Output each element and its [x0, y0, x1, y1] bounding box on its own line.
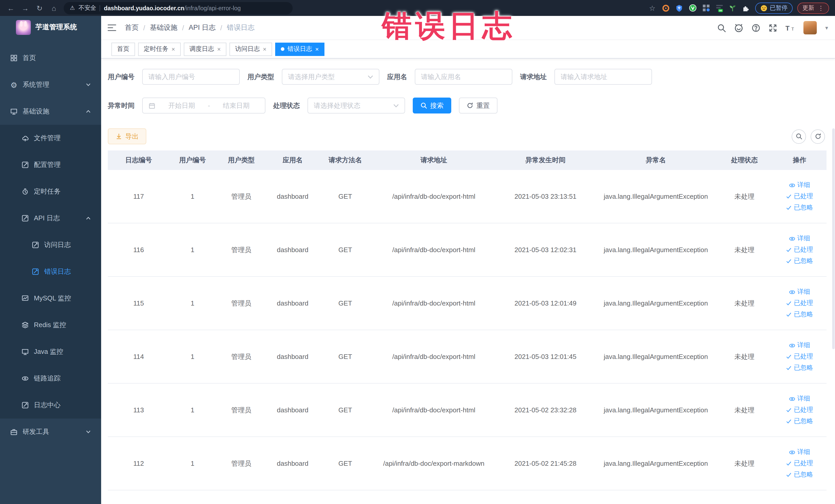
hamburger-icon[interactable] — [107, 24, 117, 32]
processed-link[interactable]: 已处理 — [786, 192, 813, 201]
sidebar-item-redis-monitor[interactable]: Redis 监控 — [0, 312, 101, 338]
edit-icon — [22, 161, 29, 168]
sidebar-item-error-log[interactable]: 错误日志 — [0, 258, 101, 285]
breadcrumb-infrastructure[interactable]: 基础设施 — [150, 23, 178, 32]
page-scrollbar[interactable] — [832, 128, 835, 349]
sidebar-item-mysql-monitor[interactable]: MySQL 监控 — [0, 285, 101, 312]
search-button[interactable]: 搜索 — [413, 98, 451, 114]
sidebar-item-system-management[interactable]: ⚙ 系统管理 — [0, 72, 101, 98]
back-icon[interactable]: ← — [6, 4, 15, 12]
extensions-puzzle-icon[interactable] — [741, 4, 750, 12]
sidebar-item-api-log[interactable]: API 日志 — [0, 205, 101, 231]
tab-scheduled-jobs[interactable]: 定时任务× — [138, 42, 181, 56]
sidebar-item-scheduled-jobs[interactable]: 定时任务 — [0, 178, 101, 205]
sidebar-item-config-management[interactable]: 配置管理 — [0, 152, 101, 178]
col-request-url: 请求地址 — [372, 156, 495, 165]
processed-link[interactable]: 已处理 — [786, 459, 813, 468]
tab-close-icon[interactable]: × — [263, 45, 266, 53]
ignored-link[interactable]: 已忽略 — [786, 257, 813, 265]
sidebar-item-file-management[interactable]: 文件管理 — [0, 125, 101, 152]
reload-icon[interactable]: ↻ — [35, 4, 44, 12]
avatar[interactable] — [804, 21, 817, 35]
browser-menu-icon[interactable]: ⋮ — [818, 4, 824, 12]
screenshot-root: ← → ↻ ⌂ ⚠ 不安全 dashboard.yudao.iocoder.cn… — [0, 0, 835, 504]
sidebar-item-log-center[interactable]: 日志中心 — [0, 392, 101, 419]
extension-green-v-icon[interactable] — [688, 4, 697, 12]
tab-label: 调度日志 — [189, 45, 214, 54]
url-path: /infra/log/api-error-log — [184, 5, 241, 11]
profile-paused-badge[interactable]: 已暂停 — [755, 2, 793, 14]
tab-schedule-log[interactable]: 调度日志× — [184, 42, 226, 56]
ignored-link[interactable]: 已忽略 — [786, 417, 813, 426]
extension-target-icon[interactable] — [661, 4, 670, 12]
font-size-icon[interactable]: TT — [786, 24, 795, 32]
col-user-type: 用户类型 — [216, 156, 267, 165]
fullscreen-icon[interactable] — [769, 23, 777, 32]
processed-link[interactable]: 已处理 — [786, 406, 813, 415]
cell-log-id: 116 — [108, 246, 169, 254]
reset-button[interactable]: 重置 — [459, 98, 497, 114]
tab-access-log[interactable]: 访问日志× — [229, 42, 272, 56]
tab-close-icon[interactable]: × — [315, 45, 319, 53]
github-icon[interactable] — [734, 23, 744, 32]
breadcrumb-api-log[interactable]: API 日志 — [189, 23, 216, 32]
chrome-update-button[interactable]: 更新 ⋮ — [797, 2, 829, 14]
processed-link[interactable]: 已处理 — [786, 299, 813, 308]
ignored-link[interactable]: 已忽略 — [786, 203, 813, 212]
extension-on-badge-icon[interactable]: on — [715, 4, 724, 12]
sidebar-item-dev-tools[interactable]: 研发工具 — [0, 419, 101, 445]
tab-error-log[interactable]: 错误日志× — [275, 42, 324, 56]
menu-label: 定时任务 — [34, 187, 61, 196]
check-icon — [786, 461, 792, 466]
app-title: 芋道管理系统 — [36, 23, 77, 32]
detail-link[interactable]: 详细 — [789, 341, 810, 350]
ignored-link[interactable]: 已忽略 — [786, 364, 813, 372]
extension-sprout-icon[interactable] — [728, 4, 737, 12]
detail-link[interactable]: 详细 — [789, 181, 810, 189]
extension-shield-icon[interactable] — [675, 4, 684, 12]
user-type-select[interactable]: 请选择用户类型 — [282, 69, 380, 85]
export-button[interactable]: 导出 — [108, 128, 146, 144]
search-icon[interactable] — [717, 23, 726, 32]
user-id-input[interactable]: 请输入用户编号 — [142, 69, 240, 85]
detail-link[interactable]: 详细 — [789, 234, 810, 243]
tab-home[interactable]: 首页 — [111, 42, 135, 56]
forward-icon[interactable]: → — [21, 4, 30, 12]
detail-link[interactable]: 详细 — [789, 395, 810, 403]
detail-link[interactable]: 详细 — [789, 448, 810, 457]
app-logo-row[interactable]: 芋道管理系统 — [0, 16, 101, 39]
cell-exception-name: java.lang.IllegalArgumentException — [595, 299, 716, 307]
ignored-link[interactable]: 已忽略 — [786, 470, 813, 479]
breadcrumb-home[interactable]: 首页 — [125, 23, 139, 32]
cell-method: GET — [318, 353, 372, 361]
extension-grid-icon[interactable] — [701, 4, 710, 12]
date-range-picker[interactable]: 开始日期 - 结束日期 — [142, 98, 265, 114]
refresh-table-button[interactable] — [811, 129, 825, 143]
check-icon — [786, 407, 792, 413]
toggle-search-button[interactable] — [792, 129, 806, 143]
tab-close-icon[interactable]: × — [217, 45, 221, 53]
sidebar-item-infrastructure[interactable]: 基础设施 — [0, 98, 101, 125]
help-icon[interactable] — [752, 23, 760, 32]
browser-right-controls: ☆ on 已暂停 — [648, 2, 829, 14]
address-bar[interactable]: ⚠ 不安全 dashboard.yudao.iocoder.cn/infra/l… — [64, 2, 292, 14]
sidebar-item-java-monitor[interactable]: Java 监控 — [0, 338, 101, 365]
sidebar-item-tracing[interactable]: 链路追踪 — [0, 365, 101, 392]
request-url-input[interactable]: 请输入请求地址 — [554, 69, 652, 85]
page-url: dashboard.yudao.iocoder.cn/infra/log/api… — [104, 5, 241, 11]
url-domain: dashboard.yudao.iocoder.cn — [104, 5, 184, 11]
ignored-link[interactable]: 已忽略 — [786, 310, 813, 319]
sidebar-item-home[interactable]: 首页 — [0, 45, 101, 72]
app-name-input[interactable]: 请输入应用名 — [415, 69, 512, 85]
process-status-select[interactable]: 请选择处理状态 — [307, 98, 405, 114]
bookmark-star-icon[interactable]: ☆ — [648, 4, 657, 12]
tab-close-icon[interactable]: × — [171, 45, 175, 53]
detail-link[interactable]: 详细 — [789, 287, 810, 296]
processed-link[interactable]: 已处理 — [786, 245, 813, 254]
cell-status: 未处理 — [716, 352, 773, 361]
processed-link[interactable]: 已处理 — [786, 352, 813, 361]
sidebar-item-access-log[interactable]: 访问日志 — [0, 231, 101, 258]
home-icon[interactable]: ⌂ — [49, 4, 59, 12]
user-menu-caret-icon[interactable]: ▾ — [825, 24, 828, 31]
action-label: 详细 — [797, 395, 810, 403]
